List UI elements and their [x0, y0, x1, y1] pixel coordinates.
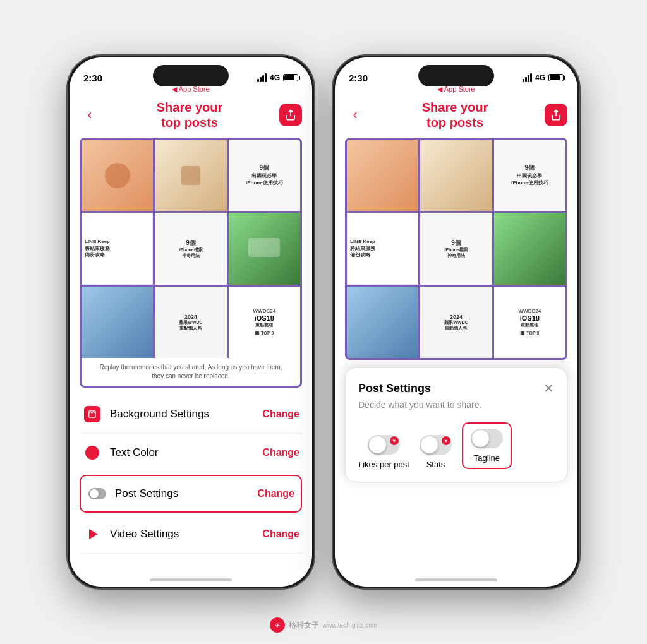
- grid-cell-r5: 9個 iPhone檔案神奇用法: [420, 213, 492, 284]
- grid-cell-6: [229, 213, 300, 284]
- text-color-icon: [82, 443, 102, 463]
- phone-left: 2:30 4G ◀ App Store ‹ Share your top pos…: [68, 56, 314, 588]
- settings-background[interactable]: Background Settings Change: [80, 395, 302, 434]
- post-settings-change[interactable]: Change: [257, 488, 294, 499]
- post-settings-icon: [87, 484, 107, 504]
- grid-cell-5: 9個 iPhone檔案神奇用法: [155, 213, 226, 284]
- toggle-row: ♥ Likes per post ♥ Stats: [358, 422, 554, 469]
- grid-cell-1: [82, 140, 153, 211]
- share-button-left[interactable]: [279, 104, 302, 126]
- home-indicator-left: [150, 578, 232, 581]
- likes-toggle-label: Likes per post: [358, 460, 409, 469]
- likes-badge-icon: ♥: [390, 436, 399, 445]
- background-icon: [82, 404, 102, 424]
- tagline-toggle-switch[interactable]: [471, 429, 503, 448]
- settings-post[interactable]: Post Settings Change: [80, 475, 302, 513]
- share-button-right[interactable]: [545, 104, 567, 126]
- popup-subtitle: Decide what you want to share.: [358, 400, 554, 410]
- screen-left: ‹ Share your top posts: [70, 95, 312, 587]
- grid-cell-r9: WWDC24 iOS18 重點整理 ▦ TOP 9: [494, 287, 565, 358]
- image-grid-left: 9個 出國玩必學iPhone使用技巧 LINE Keep將結束服務備份攻略 9個…: [80, 138, 302, 388]
- background-label: Background Settings: [110, 408, 262, 420]
- toggle-likes[interactable]: ♥ Likes per post: [358, 435, 409, 469]
- phone-right: 2:30 4G ◀ App Store ‹ Share your top pos…: [333, 56, 579, 588]
- app-header-left: ‹ Share your top posts: [80, 95, 302, 138]
- grid-cell-r4: LINE Keep將結束服務備份攻略: [347, 213, 418, 284]
- signal-bars-right: [523, 73, 532, 82]
- stats-toggle-wrapper: ♥: [420, 435, 452, 455]
- text-color-label: Text Color: [110, 446, 262, 459]
- network-left: 4G: [270, 73, 280, 82]
- home-indicator-right: [415, 578, 497, 581]
- time-left: 2:30: [83, 73, 102, 83]
- grid-cell-r7: [347, 287, 418, 358]
- network-right: 4G: [535, 73, 545, 82]
- popup-title: Post Settings: [358, 382, 431, 395]
- page-title-left: Share your top posts: [157, 100, 222, 130]
- settings-list-left: Background Settings Change Text Color Ch…: [80, 395, 302, 554]
- watermark-url: www.tech-girlz.com: [323, 622, 377, 629]
- watermark-text: 格科女子: [289, 620, 319, 631]
- grid-cell-2: [155, 140, 226, 211]
- signal-left: 4G: [257, 73, 280, 82]
- stats-badge-icon: ♥: [442, 436, 450, 445]
- screen-right: ‹ Share your top posts: [335, 95, 577, 587]
- grid-cell-r3: 9個 出國玩必學iPhone使用技巧: [494, 140, 565, 211]
- popup-header: Post Settings ✕: [358, 381, 554, 396]
- likes-toggle-wrapper: ♥: [368, 435, 400, 455]
- video-settings-icon: [82, 524, 102, 544]
- popup-close-button[interactable]: ✕: [543, 381, 554, 396]
- video-settings-label: Video Settings: [110, 528, 262, 540]
- post-settings-label: Post Settings: [115, 487, 257, 500]
- grid-cell-7: [82, 287, 153, 358]
- dynamic-island-right: [418, 65, 494, 86]
- grid-cell-r6: [494, 213, 565, 284]
- grid-cell-r2: [420, 140, 492, 211]
- grid-cell-r8: 2024 蘋果WWDC重點懶人包: [420, 287, 492, 358]
- grid-cell-3: 9個 出國玩必學iPhone使用技巧: [229, 140, 300, 211]
- watermark-icon: ✈: [270, 617, 285, 633]
- grid-cell-4: LINE Keep將結束服務備份攻略: [82, 213, 153, 284]
- signal-bars-left: [257, 73, 267, 82]
- back-button-left[interactable]: ‹: [80, 105, 100, 125]
- tagline-toggle-wrapper: [471, 429, 503, 448]
- tagline-toggle-label: Tagline: [474, 453, 500, 463]
- app-header-right: ‹ Share your top posts: [345, 95, 567, 138]
- video-settings-change[interactable]: Change: [262, 528, 299, 540]
- text-color-change[interactable]: Change: [262, 447, 299, 458]
- stats-toggle-label: Stats: [426, 460, 445, 469]
- background-change[interactable]: Change: [262, 408, 299, 420]
- back-button-right[interactable]: ‹: [345, 105, 365, 125]
- battery-right: [548, 74, 564, 81]
- grid-cell-8: 2024 蘋果WWDC重點懶人包: [155, 287, 226, 358]
- page-title-right: Share your top posts: [422, 100, 488, 130]
- grid-cell-r1: [347, 140, 418, 211]
- toggle-stats[interactable]: ♥ Stats: [420, 435, 452, 469]
- post-settings-popup: Post Settings ✕ Decide what you want to …: [345, 367, 567, 482]
- grid-cell-9: WWDC24 iOS18 重點整理 ▦ TOP 9: [229, 287, 300, 358]
- signal-right: 4G: [523, 73, 545, 82]
- settings-text-color[interactable]: Text Color Change: [80, 434, 302, 472]
- settings-video[interactable]: Video Settings Change: [80, 515, 302, 554]
- time-right: 2:30: [349, 73, 368, 83]
- page-watermark: ✈ 格科女子 www.tech-girlz.com: [270, 617, 377, 633]
- dynamic-island-left: [153, 65, 229, 86]
- toggle-tagline[interactable]: Tagline: [462, 422, 512, 469]
- tagline-left: Replay the memories that you shared. As …: [82, 358, 300, 386]
- battery-left: [283, 74, 298, 81]
- image-grid-right: 9個 出國玩必學iPhone使用技巧 LINE Keep將結束服務備份攻略 9個…: [345, 138, 567, 360]
